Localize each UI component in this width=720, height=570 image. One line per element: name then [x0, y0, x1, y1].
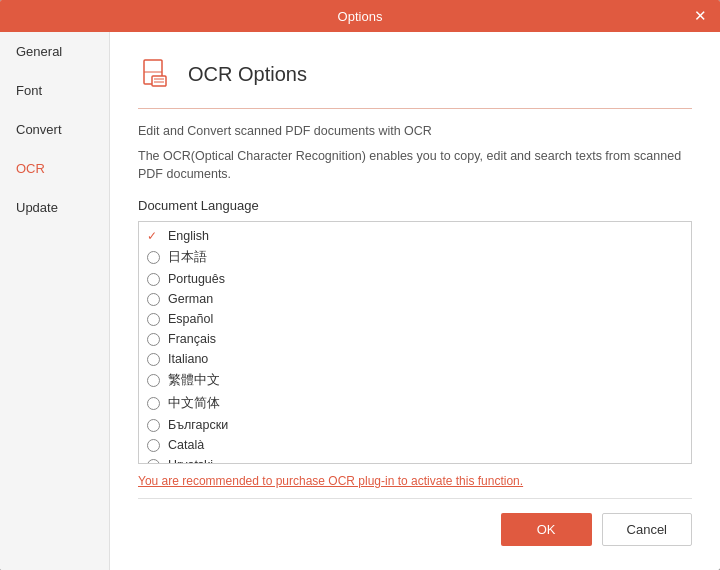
ok-button[interactable]: OK — [501, 513, 592, 546]
titlebar: Options ✕ — [0, 0, 720, 32]
svg-rect-2 — [152, 76, 166, 86]
list-item[interactable]: Български — [139, 415, 691, 435]
sidebar-item-ocr[interactable]: OCR — [0, 149, 109, 188]
list-item[interactable]: ✓English — [139, 226, 691, 246]
dialog-title: Options — [338, 9, 383, 24]
list-item[interactable]: Français — [139, 329, 691, 349]
language-list-container: ✓English日本語PortuguêsGermanEspañolFrançai… — [138, 221, 692, 464]
list-item[interactable]: German — [139, 289, 691, 309]
radio-circle — [147, 353, 160, 366]
list-item[interactable]: 中文简体 — [139, 392, 691, 415]
cancel-button[interactable]: Cancel — [602, 513, 692, 546]
footer-buttons: OK Cancel — [138, 513, 692, 554]
ocr-icon — [138, 56, 174, 92]
list-item[interactable]: Português — [139, 269, 691, 289]
header-divider — [138, 108, 692, 109]
main-content: OCR Options Edit and Convert scanned PDF… — [110, 32, 720, 570]
radio-circle — [147, 397, 160, 410]
list-item[interactable]: Català — [139, 435, 691, 455]
radio-circle — [147, 439, 160, 452]
radio-circle — [147, 273, 160, 286]
radio-circle — [147, 374, 160, 387]
description-detail: The OCR(Optical Character Recognition) e… — [138, 147, 692, 185]
content-header: OCR Options — [138, 56, 692, 92]
language-list[interactable]: ✓English日本語PortuguêsGermanEspañolFrançai… — [139, 222, 691, 463]
radio-circle — [147, 459, 160, 464]
sidebar: General Font Convert OCR Update — [0, 32, 110, 570]
close-button[interactable]: ✕ — [690, 6, 710, 26]
check-icon: ✓ — [147, 229, 160, 243]
list-item[interactable]: Español — [139, 309, 691, 329]
footer-divider — [138, 498, 692, 499]
list-item[interactable]: Italiano — [139, 349, 691, 369]
radio-circle — [147, 251, 160, 264]
list-item[interactable]: 日本語 — [139, 246, 691, 269]
radio-circle — [147, 293, 160, 306]
doc-lang-label: Document Language — [138, 198, 692, 213]
sidebar-item-update[interactable]: Update — [0, 188, 109, 227]
radio-circle — [147, 333, 160, 346]
recommend-link[interactable]: You are recommended to purchase OCR plug… — [138, 474, 692, 488]
section-title: OCR Options — [188, 63, 307, 86]
list-item[interactable]: 繁體中文 — [139, 369, 691, 392]
sidebar-item-font[interactable]: Font — [0, 71, 109, 110]
sidebar-item-general[interactable]: General — [0, 32, 109, 71]
radio-circle — [147, 419, 160, 432]
sidebar-item-convert[interactable]: Convert — [0, 110, 109, 149]
dialog-body: General Font Convert OCR Update O — [0, 32, 720, 570]
description-text: Edit and Convert scanned PDF documents w… — [138, 123, 692, 141]
list-item[interactable]: Hrvatski — [139, 455, 691, 463]
radio-circle — [147, 313, 160, 326]
options-dialog: Options ✕ General Font Convert OCR Updat… — [0, 0, 720, 570]
